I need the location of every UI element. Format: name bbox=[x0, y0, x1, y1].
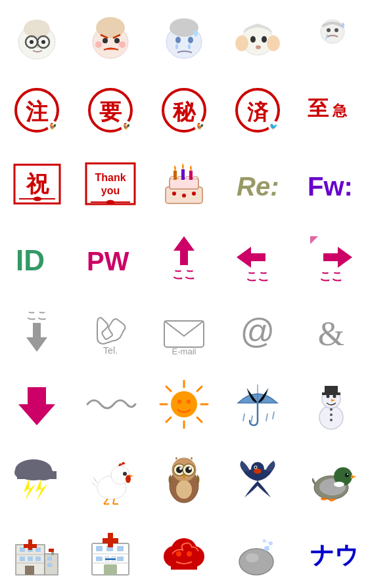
cell-arrow-up-koko[interactable]: ここ bbox=[147, 220, 221, 294]
svg-point-178 bbox=[246, 553, 259, 562]
cell-owl[interactable] bbox=[147, 441, 221, 514]
cell-re[interactable]: Re: bbox=[221, 147, 294, 220]
svg-point-18 bbox=[175, 37, 181, 43]
svg-point-104 bbox=[330, 408, 333, 411]
svg-point-7 bbox=[36, 46, 39, 48]
svg-point-177 bbox=[239, 549, 273, 575]
cell-stamp-chuu[interactable]: 注 🐓 bbox=[0, 74, 74, 147]
cell-stamp-you[interactable]: 要 🐓 bbox=[74, 74, 147, 147]
cell-arrow-down-koko[interactable]: ここ bbox=[0, 294, 74, 368]
cell-nau[interactable]: ナウ bbox=[294, 514, 368, 588]
svg-text:ID: ID bbox=[16, 244, 45, 276]
cell-face4[interactable] bbox=[221, 0, 294, 74]
svg-point-27 bbox=[262, 36, 267, 43]
cell-celebrate[interactable]: 祝 bbox=[0, 147, 74, 220]
cell-face5[interactable] bbox=[294, 0, 368, 74]
svg-line-93 bbox=[197, 387, 202, 391]
svg-text:🐦: 🐦 bbox=[269, 122, 278, 131]
svg-marker-111 bbox=[24, 479, 35, 501]
svg-text:ここ: ここ bbox=[246, 270, 269, 283]
cell-kyuu[interactable]: 至 急 bbox=[294, 74, 368, 147]
svg-point-137 bbox=[334, 482, 344, 487]
svg-rect-64 bbox=[189, 171, 193, 180]
svg-point-5 bbox=[30, 40, 34, 44]
svg-marker-72 bbox=[173, 236, 195, 265]
cell-stamp-himitsu[interactable]: 秘 🐓 bbox=[147, 74, 221, 147]
svg-point-138 bbox=[345, 473, 349, 477]
cell-face3[interactable] bbox=[147, 0, 221, 74]
cell-thank-you[interactable]: Thank you bbox=[74, 147, 147, 220]
svg-rect-147 bbox=[28, 556, 33, 561]
svg-point-106 bbox=[330, 419, 333, 421]
svg-text:ここ: ここ bbox=[172, 268, 196, 281]
svg-point-14 bbox=[95, 41, 102, 48]
svg-line-117 bbox=[104, 499, 108, 504]
cell-email[interactable]: E-mail bbox=[147, 294, 221, 368]
cell-down-arrow[interactable] bbox=[0, 368, 74, 441]
svg-line-94 bbox=[166, 417, 171, 422]
svg-rect-170 bbox=[105, 558, 116, 560]
cell-arrow-left-koko[interactable]: ここ bbox=[221, 220, 294, 294]
svg-point-116 bbox=[123, 472, 127, 476]
cell-stamp-hatsu[interactable]: 済 🐦 bbox=[221, 74, 294, 147]
svg-point-129 bbox=[176, 480, 192, 499]
svg-point-25 bbox=[267, 35, 280, 51]
svg-marker-76 bbox=[323, 247, 352, 268]
svg-point-12 bbox=[103, 38, 108, 43]
svg-marker-86 bbox=[18, 387, 55, 425]
cell-thunder[interactable] bbox=[0, 441, 74, 514]
svg-marker-77 bbox=[310, 236, 318, 244]
cell-umbrella[interactable] bbox=[221, 368, 294, 441]
svg-rect-55 bbox=[86, 163, 135, 204]
cell-building1[interactable] bbox=[0, 514, 74, 588]
svg-point-65 bbox=[172, 192, 176, 196]
svg-point-105 bbox=[330, 413, 333, 416]
svg-point-59 bbox=[108, 200, 112, 204]
cell-sun[interactable] bbox=[147, 368, 221, 441]
cell-rock[interactable] bbox=[221, 514, 294, 588]
cell-cake[interactable] bbox=[147, 147, 221, 220]
cell-arrow-both-koko[interactable]: ここ bbox=[294, 220, 368, 294]
cell-id[interactable]: ID bbox=[0, 220, 74, 294]
svg-text:Re:: Re: bbox=[237, 172, 279, 201]
svg-point-15 bbox=[119, 41, 126, 48]
svg-point-131 bbox=[254, 469, 262, 474]
svg-text:要: 要 bbox=[99, 100, 122, 124]
cell-at[interactable]: @ bbox=[221, 294, 294, 368]
svg-rect-162 bbox=[117, 546, 124, 551]
cell-face1[interactable] bbox=[0, 0, 74, 74]
svg-point-6 bbox=[41, 40, 45, 44]
svg-point-30 bbox=[327, 28, 331, 32]
svg-text:至: 至 bbox=[308, 96, 329, 120]
cell-cloud-red[interactable] bbox=[147, 514, 221, 588]
cell-fw[interactable]: Fw: bbox=[294, 147, 368, 220]
svg-rect-61 bbox=[170, 178, 198, 189]
cell-duck[interactable] bbox=[294, 441, 368, 514]
cell-pw[interactable]: PW bbox=[74, 220, 147, 294]
svg-rect-167 bbox=[103, 538, 118, 543]
svg-point-133 bbox=[255, 467, 257, 469]
svg-marker-79 bbox=[26, 323, 47, 352]
svg-text:Fw:: Fw: bbox=[308, 172, 353, 201]
svg-point-128 bbox=[189, 467, 191, 470]
cell-snowman[interactable] bbox=[294, 368, 368, 441]
svg-point-95 bbox=[171, 391, 197, 417]
svg-point-139 bbox=[347, 474, 348, 475]
svg-text:@: @ bbox=[241, 312, 275, 350]
svg-text:急: 急 bbox=[332, 102, 348, 119]
svg-line-92 bbox=[197, 417, 202, 422]
cell-swallow[interactable] bbox=[221, 441, 294, 514]
cell-amp[interactable]: & bbox=[294, 294, 368, 368]
svg-point-22 bbox=[194, 30, 198, 37]
svg-rect-164 bbox=[117, 556, 124, 561]
svg-rect-165 bbox=[104, 564, 117, 575]
cell-tel[interactable]: Tel. bbox=[74, 294, 147, 368]
svg-rect-110 bbox=[17, 471, 57, 479]
svg-text:ナウ: ナウ bbox=[310, 542, 359, 568]
cell-face2[interactable] bbox=[74, 0, 147, 74]
cell-building2[interactable] bbox=[74, 514, 147, 588]
cell-rooster[interactable] bbox=[74, 441, 147, 514]
svg-text:済: 済 bbox=[247, 100, 269, 124]
cell-wave[interactable] bbox=[74, 368, 147, 441]
svg-point-9 bbox=[96, 17, 125, 38]
